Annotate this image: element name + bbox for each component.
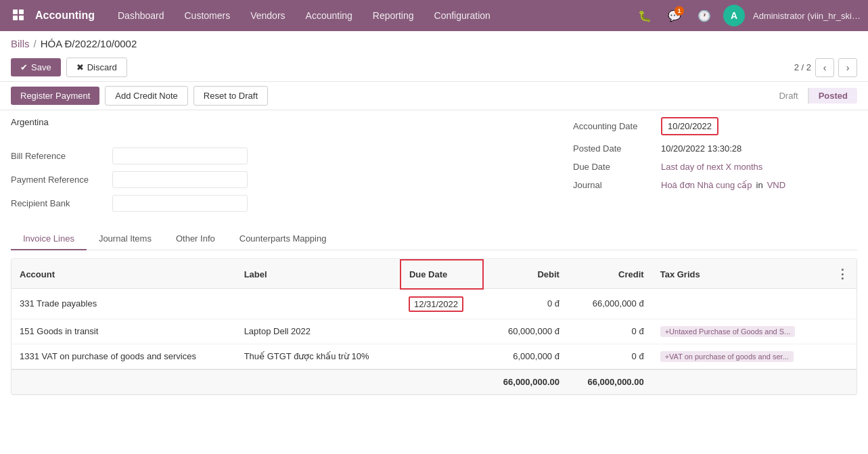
cell-due-date-2 xyxy=(401,319,483,344)
action-bar: ✔ Save ✖ Discard 2 / 2 ‹ › xyxy=(0,53,868,82)
nav-item-accounting[interactable]: Accounting xyxy=(296,6,362,25)
bug-icon[interactable]: 🐛 xyxy=(634,5,656,26)
recipient-bank-row: Recipient Bank xyxy=(11,195,553,212)
svg-rect-1 xyxy=(19,9,24,14)
journal-label: Journal xyxy=(573,180,661,190)
svg-rect-3 xyxy=(19,16,24,20)
breadcrumb-separator: / xyxy=(34,38,37,49)
table-row: 331 Trade payables 12/31/2022 0 đ 66,000… xyxy=(12,289,856,319)
journal-currency[interactable]: VND xyxy=(767,180,785,190)
status-pipeline: Draft Posted xyxy=(769,88,857,104)
totals-empty xyxy=(12,369,483,394)
next-page-button[interactable]: › xyxy=(838,58,857,77)
nav-item-customers[interactable]: Customers xyxy=(175,6,240,25)
journal-table: Account Label Due Date Debit Credit Tax … xyxy=(11,258,857,395)
due-date-row: Due Date Last day of next X months xyxy=(573,162,857,172)
recipient-bank-label: Recipient Bank xyxy=(11,198,112,208)
status-posted: Posted xyxy=(809,88,857,104)
clock-icon[interactable]: 🕐 xyxy=(693,5,715,26)
cell-debit-2: 60,000,000 đ xyxy=(483,319,568,344)
tab-other-info[interactable]: Other Info xyxy=(164,228,227,250)
tax-tag-untaxed[interactable]: +Untaxed Purchase of Goods and S... xyxy=(660,326,796,337)
nav-item-configuration[interactable]: Configuration xyxy=(425,6,500,25)
breadcrumb: Bills / HÓA Đ/2022/10/0002 xyxy=(0,31,868,53)
cell-label-2: Laptop Dell 2022 xyxy=(236,319,401,344)
notification-badge: 1 xyxy=(675,6,684,16)
pagination: 2 / 2 ‹ › xyxy=(794,58,857,77)
col-tax-grids: Tax Grids xyxy=(652,260,828,289)
cell-account-3: 1331 VAT on purchase of goods and servic… xyxy=(12,344,236,369)
cell-opt-3 xyxy=(828,344,856,369)
nav-item-reporting[interactable]: Reporting xyxy=(363,6,424,25)
status-draft: Draft xyxy=(769,88,808,104)
cell-taxgrid-1 xyxy=(652,289,828,319)
cell-taxgrid-2: +Untaxed Purchase of Goods and S... xyxy=(652,319,828,344)
add-credit-note-button[interactable]: Add Credit Note xyxy=(105,86,188,106)
cell-credit-3: 0 đ xyxy=(568,344,652,369)
user-avatar[interactable]: A xyxy=(723,5,745,26)
tab-counterparts-mapping[interactable]: Counterparts Mapping xyxy=(227,228,339,250)
totals-debit: 66,000,000.00 xyxy=(483,369,568,394)
prev-page-button[interactable]: ‹ xyxy=(815,58,834,77)
breadcrumb-parent[interactable]: Bills xyxy=(11,38,30,49)
cell-label-3: Thuế GTGT được khấu trừ 10% xyxy=(236,344,401,369)
chat-icon[interactable]: 💬 1 xyxy=(664,5,685,26)
app-grid-icon[interactable] xyxy=(7,3,31,28)
bill-reference-input[interactable] xyxy=(112,147,248,164)
svg-rect-2 xyxy=(13,16,18,20)
col-options: ⋮ xyxy=(828,260,856,289)
posted-date-value: 10/20/2022 13:30:28 xyxy=(661,143,741,154)
due-date-value[interactable]: Last day of next X months xyxy=(661,162,762,172)
due-date-highlighted-cell: 12/31/2022 xyxy=(409,296,463,312)
payment-reference-label: Payment Reference xyxy=(11,175,112,185)
col-due-date: Due Date xyxy=(401,260,483,289)
tab-invoice-lines[interactable]: Invoice Lines xyxy=(11,228,87,250)
journal-value[interactable]: Hoá đơn Nhà cung cấp xyxy=(661,180,752,190)
reset-to-draft-button[interactable]: Reset to Draft xyxy=(193,86,268,106)
save-button[interactable]: ✔ Save xyxy=(11,58,61,76)
accounting-date-label: Accounting Date xyxy=(573,121,661,131)
table-row: 1331 VAT on purchase of goods and servic… xyxy=(12,344,856,369)
journal-in: in xyxy=(756,180,763,190)
cell-account-2: 151 Goods in transit xyxy=(12,319,236,344)
page-number: 2 / 2 xyxy=(794,62,811,72)
accounting-date-value[interactable]: 10/20/2022 xyxy=(661,117,718,135)
accounting-date-row: Accounting Date 10/20/2022 xyxy=(573,117,857,135)
posted-date-label: Posted Date xyxy=(573,143,661,154)
table-header-row: Account Label Due Date Debit Credit Tax … xyxy=(12,260,856,289)
journal-row: Journal Hoá đơn Nhà cung cấp in VND xyxy=(573,180,857,190)
nav-right-area: 🐛 💬 1 🕐 A Administrator (viin_hr_skill_f… xyxy=(634,5,861,26)
due-date-label: Due Date xyxy=(573,162,661,172)
form-left: Argentina Bill Reference Payment Referen… xyxy=(11,117,553,219)
form-right: Accounting Date 10/20/2022 Posted Date 1… xyxy=(573,117,857,219)
nav-item-vendors[interactable]: Vendors xyxy=(241,6,294,25)
nav-item-dashboard[interactable]: Dashboard xyxy=(108,6,174,25)
bill-reference-row: Bill Reference xyxy=(11,147,553,164)
tax-tag-vat[interactable]: +VAT on purchase of goods and ser... xyxy=(660,351,794,362)
col-debit: Debit xyxy=(483,260,568,289)
cell-credit-1: 66,000,000 đ xyxy=(568,289,652,319)
register-payment-button[interactable]: Register Payment xyxy=(11,87,99,105)
cell-account-1: 331 Trade payables xyxy=(12,289,236,319)
recipient-bank-input[interactable] xyxy=(112,195,248,212)
tab-journal-items[interactable]: Journal Items xyxy=(87,228,164,250)
payment-reference-input[interactable] xyxy=(112,171,248,188)
form-area: Argentina Bill Reference Payment Referen… xyxy=(0,110,868,225)
totals-row: 66,000,000.00 66,000,000.00 xyxy=(12,369,856,394)
status-bar: Register Payment Add Credit Note Reset t… xyxy=(0,82,868,110)
top-navigation: Accounting Dashboard Customers Vendors A… xyxy=(0,0,868,31)
col-credit: Credit xyxy=(568,260,652,289)
totals-empty-right xyxy=(652,369,856,394)
cell-due-date-3 xyxy=(401,344,483,369)
cell-debit-1: 0 đ xyxy=(483,289,568,319)
column-options-icon[interactable]: ⋮ xyxy=(836,267,848,281)
nav-menu: Dashboard Customers Vendors Accounting R… xyxy=(108,6,634,25)
discard-button[interactable]: ✖ Discard xyxy=(66,58,127,77)
user-label[interactable]: Administrator (viin_hr_skill_framewo... xyxy=(753,11,861,21)
col-account: Account xyxy=(12,260,236,289)
payment-reference-row: Payment Reference xyxy=(11,171,553,188)
country-value: Argentina xyxy=(11,117,49,127)
totals-credit: 66,000,000.00 xyxy=(568,369,652,394)
cell-credit-2: 0 đ xyxy=(568,319,652,344)
tabs-bar: Invoice Lines Journal Items Other Info C… xyxy=(11,228,857,250)
